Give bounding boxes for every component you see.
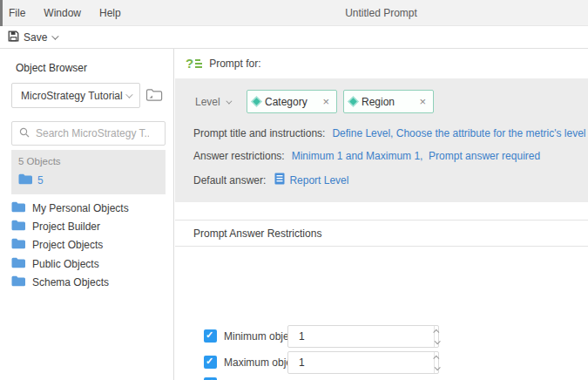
- restrictions-section-header: Prompt Answer Restrictions: [175, 220, 588, 247]
- title-instructions-label: Prompt title and instructions:: [193, 127, 325, 139]
- folder-list: My Personal Objects Project Builder Proj…: [11, 199, 168, 292]
- folder-icon: [11, 238, 25, 252]
- report-icon: [274, 173, 285, 187]
- close-icon[interactable]: ×: [322, 95, 329, 108]
- window-title: Untitled Prompt: [174, 0, 588, 26]
- chip-region[interactable]: Region ×: [343, 90, 434, 113]
- chip-label: Region: [362, 96, 415, 108]
- prompt-for-label: Prompt for:: [209, 58, 260, 70]
- answer-restrictions-link[interactable]: Minimum 1 and Maximum 1, Prompt answer r…: [292, 150, 540, 162]
- title-instructions-row: Prompt title and instructions: Define Le…: [193, 127, 588, 139]
- folder-icon: [18, 173, 32, 187]
- answer-restrictions-label: Answer restrictions:: [193, 150, 285, 162]
- spin-down-icon[interactable]: [435, 363, 439, 373]
- prompt-main-panel: ? Prompt for: Level Category × Region ×: [175, 49, 588, 380]
- chip-category[interactable]: Category ×: [247, 90, 337, 113]
- chevron-down-icon: [226, 98, 232, 104]
- selected-folder-label: 5: [37, 174, 44, 187]
- save-label: Save: [24, 31, 47, 44]
- default-answer-label: Default answer:: [193, 174, 266, 187]
- chip-label: Category: [265, 96, 318, 108]
- browse-folder-button[interactable]: [145, 87, 165, 104]
- selection-panel: 5 Objects 5: [11, 150, 166, 194]
- answer-restrictions-row: Answer restrictions: Minimum 1 and Maxim…: [193, 150, 540, 162]
- project-selector[interactable]: MicroStrategy Tutorial: [11, 83, 140, 108]
- prompt-for-header: ? Prompt for:: [186, 57, 261, 70]
- menu-help[interactable]: Help: [99, 7, 121, 19]
- project-selector-value: MicroStrategy Tutorial: [21, 90, 125, 102]
- sidebar-item-schema-objects[interactable]: Schema Objects: [11, 274, 168, 292]
- restrictions-section-title: Prompt Answer Restrictions: [193, 227, 321, 240]
- default-answer-row: Default answer: Report Level: [193, 173, 348, 187]
- prompt-icon: ?: [186, 57, 202, 70]
- folder-label: Project Builder: [32, 221, 100, 233]
- level-dropdown[interactable]: Level: [195, 96, 230, 108]
- folder-label: Public Objects: [32, 258, 99, 270]
- selected-folder[interactable]: 5: [18, 173, 44, 187]
- folder-icon: [11, 257, 25, 271]
- window-edge: [0, 0, 3, 26]
- minimum-objects-spinner: [434, 326, 439, 347]
- chevron-down-icon: [125, 91, 132, 98]
- minimum-objects-input: [287, 325, 439, 348]
- level-label: Level: [195, 96, 220, 108]
- spin-up-icon[interactable]: [435, 352, 439, 363]
- sidebar-item-project-objects[interactable]: Project Objects: [11, 236, 168, 254]
- attribute-diamond-icon: [251, 96, 262, 107]
- spin-up-icon[interactable]: [435, 326, 439, 336]
- title-instructions-link[interactable]: Define Level, Choose the attribute for t…: [332, 127, 588, 139]
- close-icon[interactable]: ×: [419, 95, 426, 108]
- sidebar-search: [11, 121, 166, 146]
- prompt-editor-window: File Window Help Untitled Prompt Save Ob…: [0, 0, 588, 380]
- save-toolbar: Save: [0, 26, 588, 49]
- sidebar-item-public-objects[interactable]: Public Objects: [11, 254, 168, 273]
- sidebar-item-project-builder[interactable]: Project Builder: [11, 217, 168, 235]
- search-icon: [19, 127, 30, 140]
- minimum-objects-value[interactable]: [288, 326, 434, 347]
- save-icon: [8, 31, 19, 44]
- level-chips: Category × Region ×: [247, 90, 434, 113]
- folder-label: Project Objects: [32, 239, 103, 251]
- attribute-diamond-icon: [348, 96, 359, 107]
- chevron-down-icon[interactable]: [52, 32, 59, 39]
- menu-file[interactable]: File: [9, 7, 25, 19]
- prompt-definition-panel: Level Category × Region × Prompt title a…: [175, 78, 588, 202]
- sidebar-item-my-personal-objects[interactable]: My Personal Objects: [11, 199, 168, 217]
- sidebar-title: Object Browser: [16, 62, 87, 74]
- folder-icon: [11, 201, 25, 215]
- spin-down-icon[interactable]: [435, 336, 439, 347]
- objects-count-label: 5 Objects: [18, 156, 61, 166]
- save-button[interactable]: Save: [8, 31, 57, 44]
- folder-icon: [11, 275, 25, 289]
- maximum-objects-value[interactable]: [288, 352, 434, 373]
- maximum-objects-spinner: [434, 352, 439, 373]
- default-answer-link[interactable]: Report Level: [289, 174, 348, 187]
- folder-label: Schema Objects: [32, 276, 109, 288]
- minimum-objects-checkbox[interactable]: [204, 329, 217, 343]
- search-input[interactable]: [36, 127, 149, 139]
- folder-label: My Personal Objects: [32, 202, 129, 214]
- folder-icon: [11, 220, 25, 234]
- menu-window[interactable]: Window: [44, 7, 81, 19]
- object-browser-sidebar: Object Browser MicroStrategy Tutorial 5 …: [0, 49, 174, 380]
- maximum-objects-checkbox[interactable]: [204, 356, 217, 369]
- maximum-objects-input: [287, 351, 439, 374]
